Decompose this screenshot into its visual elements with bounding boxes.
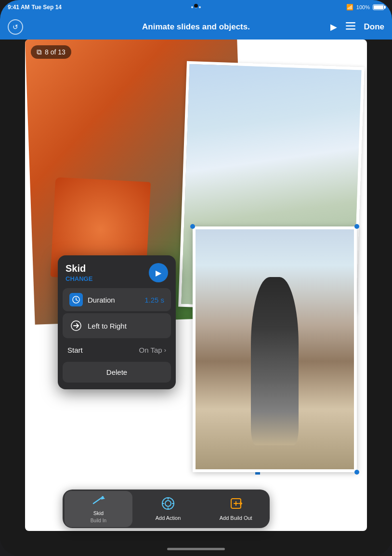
duration-label: Duration [88,296,140,304]
status-right: 📶 100% [346,4,384,11]
tab-skid-sublabel: Build In [91,518,106,523]
change-button[interactable]: CHANGE [65,275,92,282]
duration-row[interactable]: Duration 1.25 s [63,288,171,311]
status-time: 9:41 AM [8,4,30,11]
svg-rect-0 [346,22,355,24]
delete-label: Delete [106,368,127,376]
counter-icon: ⧉ [37,48,42,56]
start-value: On Tap › [139,346,166,354]
tab-add-action-label: Add Action [156,515,181,521]
play-button[interactable]: ▶ [330,22,337,32]
home-indicator[interactable] [167,548,225,550]
delete-button[interactable]: Delete [63,362,171,383]
person-photo [193,226,357,472]
battery-icon [373,4,384,10]
svg-line-5 [76,300,78,301]
bottom-tab-bar: Skid Build In Add Action [63,490,270,528]
duration-value: 1.25 s [144,296,164,304]
ipad-frame: 9:41 AM Tue Sep 14 📶 100% ↺ Animate slid… [0,0,392,556]
wifi-icon: 📶 [346,4,353,11]
slide-counter: ⧉ 8 of 13 [31,45,71,59]
skid-icon [91,495,105,508]
add-build-out-icon [229,497,243,513]
svg-rect-1 [346,26,355,27]
tab-skid-label: Skid [93,510,104,516]
start-row[interactable]: Start On Tap › [58,340,176,360]
top-bar: ↺ Animate slides and objects. ▶ Done [0,14,392,40]
svg-rect-2 [346,28,355,30]
tab-add-build-out-label: Add Build Out [220,515,252,521]
camera-dot [194,4,198,8]
handle-top-right[interactable] [354,224,359,229]
done-button[interactable]: Done [364,22,385,32]
back-icon: ↺ [13,23,18,31]
panel-play-icon: ▶ [156,268,161,278]
slide-count-text: 8 of 13 [45,48,65,56]
list-button[interactable] [346,22,355,32]
handle-top-left[interactable] [190,224,195,229]
panel-title: Skid [65,263,92,274]
add-action-icon [161,497,175,513]
handle-bottom-right[interactable] [354,470,359,475]
direction-row[interactable]: Left to Right [63,313,171,338]
tab-add-action[interactable]: Add Action [134,493,202,525]
panel-header: Skid CHANGE ▶ [58,255,176,286]
direction-icon [69,319,83,332]
svg-point-10 [165,501,171,506]
panel-play-button[interactable]: ▶ [149,263,168,282]
battery-percent: 100% [356,4,370,10]
start-label: Start [67,346,83,354]
back-button[interactable]: ↺ [8,19,23,35]
duration-icon [69,293,83,306]
tab-skid[interactable]: Skid Build In [65,491,132,527]
status-date: Tue Sep 14 [32,4,62,11]
direction-label: Left to Right [88,322,127,330]
start-chevron: › [164,346,166,354]
page-title: Animate slides and objects. [142,22,250,32]
tab-add-build-out[interactable]: Add Build Out [202,493,270,525]
animation-panel: Skid CHANGE ▶ Duration 1.25 s [58,255,176,389]
person-photo-container[interactable] [193,226,357,472]
